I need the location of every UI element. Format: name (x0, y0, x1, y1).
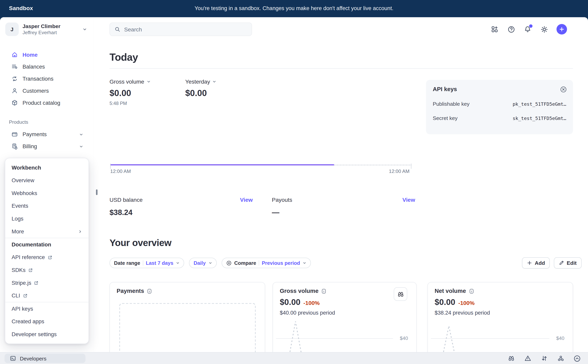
edit-label: Edit (567, 260, 576, 266)
axis-tick-end (411, 164, 411, 169)
compare-filter[interactable]: Compare Previous period (221, 258, 311, 268)
api-keys-title: API keys (433, 86, 566, 93)
net-volume-card-title: Net volume (435, 288, 466, 294)
transactions-icon (11, 75, 18, 82)
inspect-icon[interactable] (507, 355, 515, 362)
gross-volume-card-title: Gross volume (280, 288, 318, 294)
yesterday-metric: Yesterday $0.00 (185, 78, 217, 98)
developers-button[interactable]: Developers (5, 354, 85, 363)
customers-icon (11, 87, 18, 94)
search-input[interactable] (123, 26, 252, 33)
menu-item-api-keys[interactable]: API keys (5, 302, 89, 315)
avatar: J (5, 23, 19, 36)
sidebar-item-customers[interactable]: Customers (0, 85, 94, 97)
chevron-down-icon (208, 261, 212, 265)
sidebar-item-billing[interactable]: Billing (0, 140, 94, 152)
net-volume-delta: -100% (458, 299, 474, 306)
net-volume-card: Net volume $0.00 -100% $38.24 previous p… (427, 282, 573, 352)
publishable-key-value[interactable]: pk_test_51TFD5eGmt… (513, 101, 566, 107)
menu-item-api-reference[interactable]: API reference (5, 251, 89, 264)
menu-item-sdks[interactable]: SDKs (5, 264, 89, 276)
chevron-down-icon (83, 27, 87, 32)
menu-item-overview[interactable]: Overview (5, 174, 89, 187)
info-icon[interactable] (147, 288, 152, 294)
info-icon[interactable] (469, 288, 474, 294)
sidebar-item-payments[interactable]: Payments (0, 128, 94, 140)
chevron-down-icon (303, 261, 306, 265)
inspect-button[interactable] (394, 287, 407, 301)
info-icon[interactable] (321, 288, 327, 294)
usd-balance-label: USD balance (110, 197, 143, 203)
chevron-down-icon (79, 144, 83, 148)
metric-label: Yesterday (185, 78, 210, 85)
edit-button[interactable]: Edit (554, 257, 582, 269)
create-button[interactable] (556, 24, 567, 34)
date-range-label: Date range (114, 260, 140, 266)
errors-icon[interactable] (524, 355, 531, 362)
account-org: Jeffrey Everhart (23, 29, 83, 35)
gross-volume-dropdown[interactable]: Gross volume (110, 78, 151, 85)
product-catalog-icon (11, 99, 18, 106)
sandbox-banner: Sandbox You're testing in a sandbox. Cha… (0, 0, 588, 17)
status-bar-icons (507, 352, 581, 364)
sidebar-item-balances[interactable]: Balances (0, 61, 94, 73)
sidebar-item-transactions[interactable]: Transactions (0, 73, 94, 85)
webhooks-icon[interactable] (557, 355, 564, 362)
menu-item-cli[interactable]: CLI (5, 289, 89, 302)
close-icon[interactable] (560, 86, 567, 93)
main-content: Today Gross volume $0.00 5:48 PM Yesterd… (94, 17, 588, 352)
developers-label: Developers (20, 355, 46, 361)
menu-item-webhooks[interactable]: Webhooks (5, 187, 89, 200)
remove-compare-icon[interactable] (226, 260, 232, 266)
menu-item-stripejs[interactable]: Stripe.js (5, 276, 89, 289)
secret-key-value[interactable]: sk_test_51TFD5eGmt… (513, 115, 566, 121)
account-switcher[interactable]: J Jasper Climber Jeffrey Everhart (4, 21, 90, 38)
metric-label: Gross volume (110, 78, 144, 85)
menu-item-events[interactable]: Events (5, 200, 89, 212)
interval-value: Daily (194, 260, 206, 266)
search-bar (110, 23, 252, 36)
menu-item-label: SDKs (12, 267, 26, 273)
sidebar-item-label: Transactions (23, 76, 53, 82)
yesterday-dropdown[interactable]: Yesterday (185, 78, 217, 85)
secret-key-row: Secret key sk_test_51TFD5eGmt… (433, 115, 566, 121)
pencil-icon (559, 260, 564, 266)
sidebar-item-product-catalog[interactable]: Product catalog (0, 97, 94, 109)
terminal-icon (10, 355, 16, 361)
payments-card: Payments (110, 282, 265, 352)
secret-key-label: Secret key (433, 115, 458, 121)
date-range-filter[interactable]: Date range Last 7 days (110, 258, 184, 268)
menu-item-logs[interactable]: Logs (5, 212, 89, 225)
menu-item-more[interactable]: More (5, 225, 89, 238)
pill-separator (259, 260, 259, 266)
apps-icon[interactable] (491, 25, 499, 33)
settings-icon[interactable] (540, 25, 548, 33)
chevron-down-icon (176, 261, 180, 265)
collapse-icon[interactable] (573, 355, 581, 362)
payouts-view-link[interactable]: View (402, 197, 415, 203)
payouts-label: Payouts (272, 197, 292, 203)
external-link-icon (47, 255, 52, 260)
menu-item-created-apps[interactable]: Created apps (5, 315, 89, 328)
help-icon[interactable] (507, 25, 515, 33)
app-shell: J Jasper Climber Jeffrey Everhart Home B… (0, 17, 588, 364)
usd-balance-view-link[interactable]: View (240, 197, 253, 203)
net-volume-card-value: $0.00 (435, 297, 455, 307)
menu-item-label: More (12, 228, 24, 234)
empty-chart-placeholder (119, 303, 256, 353)
sandbox-message: You're testing in a sandbox. Changes you… (0, 5, 588, 11)
api-requests-icon[interactable] (540, 355, 548, 362)
add-button[interactable]: Add (522, 257, 550, 269)
sidebar-products-nav: Payments Billing (0, 128, 94, 152)
chevron-down-icon (146, 79, 151, 84)
notifications-icon[interactable] (523, 25, 532, 33)
sidebar-nav: Home Balances Transactions Customers Pro… (0, 49, 94, 109)
workbench-menu: Workbench Overview Webhooks Events Logs … (5, 158, 89, 344)
menu-item-label: Stripe.js (12, 280, 31, 286)
external-link-icon (23, 293, 28, 298)
sidebar-item-home[interactable]: Home (0, 49, 94, 61)
menu-item-developer-settings[interactable]: Developer settings (5, 328, 89, 341)
interval-filter[interactable]: Daily (189, 258, 217, 268)
axis-label-start: 12:00 AM (110, 168, 131, 174)
header-icons (491, 24, 567, 34)
